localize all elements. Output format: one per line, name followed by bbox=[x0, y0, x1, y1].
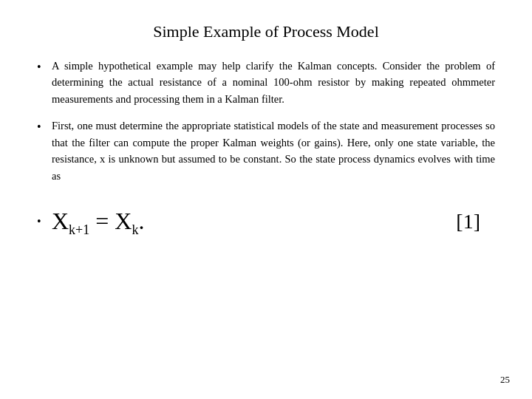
slide-container: Simple Example of Process Model • A simp… bbox=[0, 0, 532, 399]
bullet-text-1: A simple hypothetical example may help c… bbox=[52, 58, 495, 107]
bullet-item-1: • A simple hypothetical example may help… bbox=[37, 58, 495, 107]
page-number: 25 bbox=[500, 374, 510, 386]
bullet-dot-2: • bbox=[37, 117, 52, 137]
bullet-item-2: • First, one must determine the appropri… bbox=[37, 117, 495, 184]
subscript-k: k bbox=[132, 223, 138, 238]
slide-title: Simple Example of Process Model bbox=[37, 22, 495, 41]
subscript-k1: k+1 bbox=[69, 223, 89, 238]
equation-number: [1] bbox=[456, 210, 480, 233]
bullet-dot-1: • bbox=[37, 58, 52, 77]
equation-dot: • bbox=[37, 215, 52, 228]
bullet-text-2: First, one must determine the appropriat… bbox=[52, 117, 495, 184]
equation-item: • Xk+1 = Xk. [1] bbox=[37, 208, 495, 235]
bullet-list: • A simple hypothetical example may help… bbox=[37, 58, 495, 194]
equation-formula: Xk+1 = Xk. bbox=[52, 208, 144, 235]
equation-content: Xk+1 = Xk. [1] bbox=[52, 208, 495, 235]
